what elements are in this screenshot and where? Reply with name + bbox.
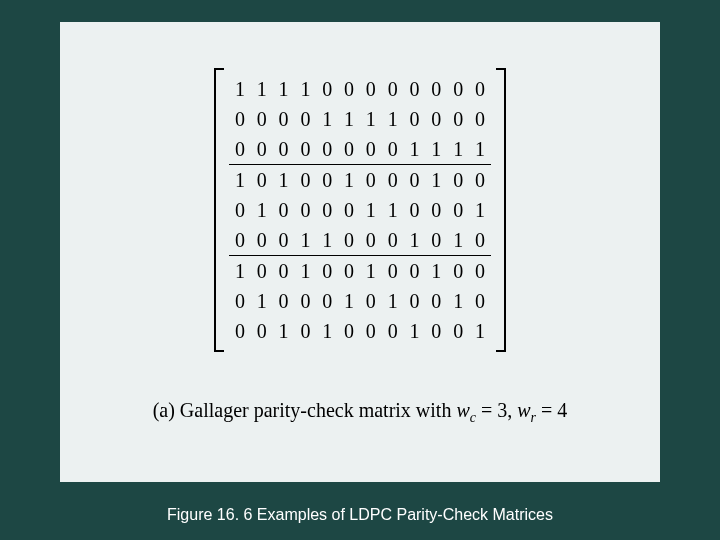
matrix-cell: 0 bbox=[360, 74, 382, 104]
eq2: = bbox=[536, 399, 557, 421]
matrix-cell: 0 bbox=[425, 74, 447, 104]
matrix-cell: 0 bbox=[382, 165, 404, 195]
matrix-cell: 0 bbox=[469, 256, 491, 286]
matrix-cell: 1 bbox=[425, 256, 447, 286]
matrix-cell: 1 bbox=[338, 165, 360, 195]
matrix-row: 000011110000 bbox=[229, 104, 491, 134]
matrix-cell: 0 bbox=[382, 316, 404, 346]
matrix-row: 010000110001 bbox=[229, 195, 491, 225]
wc-symbol: w bbox=[456, 399, 469, 421]
matrix-cell: 0 bbox=[360, 225, 382, 256]
matrix-cell: 0 bbox=[469, 286, 491, 316]
matrix-cell: 1 bbox=[294, 225, 316, 256]
matrix-cell: 0 bbox=[469, 225, 491, 256]
matrix-row: 101001000100 bbox=[229, 165, 491, 195]
matrix-cell: 0 bbox=[316, 134, 338, 165]
matrix-cell: 0 bbox=[251, 104, 273, 134]
comma: , bbox=[507, 399, 517, 421]
matrix-cell: 0 bbox=[338, 316, 360, 346]
matrix-cell: 0 bbox=[316, 256, 338, 286]
matrix-cell: 1 bbox=[425, 134, 447, 165]
matrix-cell: 0 bbox=[425, 316, 447, 346]
matrix-cell: 1 bbox=[360, 195, 382, 225]
matrix-cell: 1 bbox=[229, 256, 251, 286]
sub-caption-prefix: (a) Gallager parity-check matrix with bbox=[153, 399, 457, 421]
matrix-cell: 1 bbox=[404, 316, 426, 346]
matrix-cell: 1 bbox=[338, 104, 360, 134]
matrix-cell: 1 bbox=[469, 195, 491, 225]
matrix-cell: 1 bbox=[404, 134, 426, 165]
matrix-cell: 0 bbox=[425, 104, 447, 134]
matrix-cell: 0 bbox=[338, 74, 360, 104]
matrix-cell: 0 bbox=[404, 256, 426, 286]
matrix-cell: 1 bbox=[273, 316, 295, 346]
matrix-cell: 1 bbox=[447, 225, 469, 256]
matrix-cell: 0 bbox=[447, 104, 469, 134]
matrix-cell: 0 bbox=[382, 256, 404, 286]
matrix-cell: 0 bbox=[294, 134, 316, 165]
matrix-cell: 0 bbox=[229, 134, 251, 165]
matrix-cell: 0 bbox=[425, 286, 447, 316]
wc-value: 3 bbox=[497, 399, 507, 421]
matrix-cell: 1 bbox=[251, 74, 273, 104]
matrix-cell: 1 bbox=[251, 195, 273, 225]
matrix-table: 1111000000000000111100000000000011111010… bbox=[229, 74, 491, 346]
matrix-cell: 0 bbox=[425, 225, 447, 256]
matrix-cell: 0 bbox=[251, 134, 273, 165]
matrix-cell: 0 bbox=[360, 316, 382, 346]
matrix-cell: 0 bbox=[447, 165, 469, 195]
matrix-cell: 0 bbox=[273, 104, 295, 134]
matrix-cell: 0 bbox=[425, 195, 447, 225]
matrix-cell: 0 bbox=[338, 195, 360, 225]
matrix-row: 000000001111 bbox=[229, 134, 491, 165]
matrix-cell: 0 bbox=[273, 195, 295, 225]
matrix-cell: 1 bbox=[251, 286, 273, 316]
matrix-cell: 0 bbox=[229, 286, 251, 316]
matrix-cell: 0 bbox=[469, 165, 491, 195]
matrix-cell: 0 bbox=[273, 225, 295, 256]
eq1: = bbox=[476, 399, 497, 421]
matrix-cell: 0 bbox=[316, 286, 338, 316]
matrix-cell: 1 bbox=[273, 74, 295, 104]
matrix-cell: 0 bbox=[294, 104, 316, 134]
matrix-cell: 0 bbox=[404, 74, 426, 104]
matrix-cell: 1 bbox=[469, 316, 491, 346]
matrix-cell: 0 bbox=[338, 134, 360, 165]
matrix-row: 111100000000 bbox=[229, 74, 491, 104]
matrix-cell: 1 bbox=[360, 104, 382, 134]
matrix-cell: 1 bbox=[360, 256, 382, 286]
matrix-row: 001010001001 bbox=[229, 316, 491, 346]
matrix-cell: 0 bbox=[316, 195, 338, 225]
matrix-cell: 0 bbox=[404, 195, 426, 225]
wr-value: 4 bbox=[557, 399, 567, 421]
figure-caption: Figure 16. 6 Examples of LDPC Parity-Che… bbox=[0, 506, 720, 524]
matrix-cell: 1 bbox=[316, 225, 338, 256]
matrix-cell: 0 bbox=[251, 256, 273, 286]
matrix-cell: 0 bbox=[447, 316, 469, 346]
matrix-cell: 1 bbox=[382, 104, 404, 134]
matrix-cell: 0 bbox=[229, 316, 251, 346]
matrix-cell: 0 bbox=[294, 286, 316, 316]
matrix-cell: 1 bbox=[294, 256, 316, 286]
matrix-cell: 0 bbox=[316, 74, 338, 104]
matrix-cell: 0 bbox=[360, 165, 382, 195]
matrix-cell: 1 bbox=[273, 165, 295, 195]
matrix-cell: 1 bbox=[316, 316, 338, 346]
matrix-cell: 0 bbox=[447, 195, 469, 225]
matrix-cell: 1 bbox=[469, 134, 491, 165]
matrix-cell: 0 bbox=[447, 74, 469, 104]
matrix-cell: 0 bbox=[382, 225, 404, 256]
matrix-display: 1111000000000000111100000000000011111010… bbox=[210, 68, 510, 352]
matrix-cell: 1 bbox=[382, 286, 404, 316]
matrix-cell: 0 bbox=[447, 256, 469, 286]
matrix-cell: 1 bbox=[447, 134, 469, 165]
matrix-cell: 1 bbox=[316, 104, 338, 134]
matrix-cell: 0 bbox=[251, 225, 273, 256]
matrix-cell: 0 bbox=[404, 286, 426, 316]
matrix-cell: 0 bbox=[294, 316, 316, 346]
matrix-row: 010001010010 bbox=[229, 286, 491, 316]
matrix-cell: 1 bbox=[338, 286, 360, 316]
matrix-cell: 0 bbox=[294, 195, 316, 225]
matrix-cell: 0 bbox=[316, 165, 338, 195]
matrix-cell: 1 bbox=[404, 225, 426, 256]
